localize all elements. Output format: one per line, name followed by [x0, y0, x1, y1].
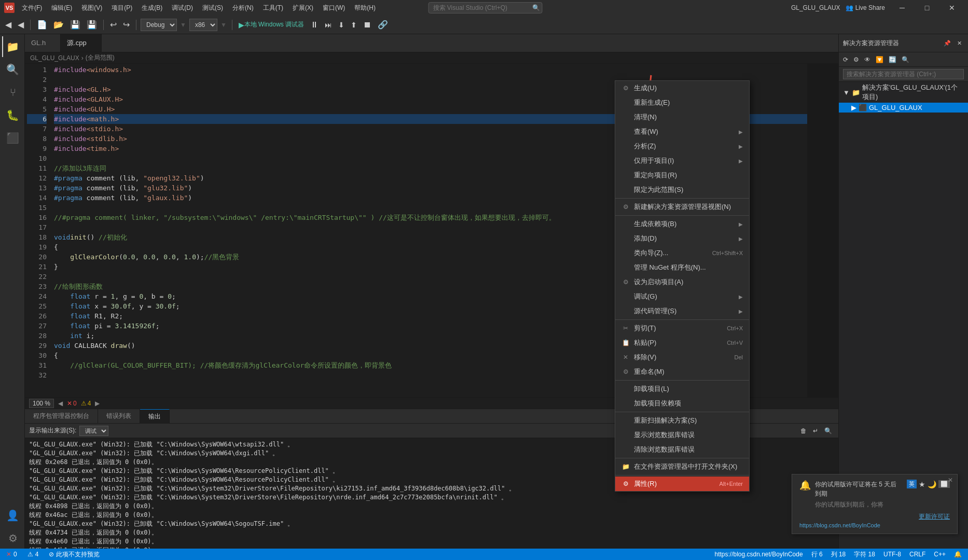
solution-search-btn[interactable]: 🔍: [900, 52, 911, 67]
status-char[interactable]: 字符 18: [852, 550, 877, 559]
panel-tab-output[interactable]: 输出: [140, 409, 170, 424]
menu-view[interactable]: 视图(V): [77, 3, 106, 13]
panel-wrap[interactable]: ↵: [811, 424, 820, 438]
ctx-set-startup[interactable]: ⚙ 设为启动项目(A): [615, 275, 749, 289]
warning-count[interactable]: ⚠ 4: [81, 400, 91, 407]
toolbar-step-over[interactable]: ⏭: [323, 18, 334, 32]
solution-refresh[interactable]: 🔄: [887, 52, 898, 67]
solution-sync[interactable]: ⟳: [841, 52, 850, 67]
ctx-open-in-explorer[interactable]: 📁 在文件资源管理器中打开文件夹(X): [615, 459, 749, 474]
menu-project[interactable]: 项目(P): [107, 3, 136, 13]
solution-root[interactable]: ▼ 📁 解决方案'GL_GLU_GLAUX'(1个项目): [839, 82, 968, 103]
ctx-rescan[interactable]: 重新扫描解决方案(S): [615, 413, 749, 428]
solution-pin[interactable]: 📌: [942, 36, 953, 50]
nav-forward[interactable]: ▶: [95, 400, 100, 407]
status-row[interactable]: 行 6: [809, 550, 825, 559]
debug-mode-select[interactable]: Debug: [141, 19, 177, 31]
ctx-cut[interactable]: ✂ 剪切(T) Ctrl+X: [615, 321, 749, 335]
status-warnings[interactable]: ⚠ 4: [25, 551, 41, 558]
activity-search[interactable]: 🔍: [2, 59, 23, 80]
maximize-button[interactable]: □: [915, 0, 939, 16]
toolbar-forward[interactable]: ◀: [16, 18, 26, 32]
ctx-scope[interactable]: 限定为此范围(S): [615, 183, 749, 197]
ctx-new-view[interactable]: ⚙ 新建解决方案资源管理器视图(N): [615, 200, 749, 214]
ctx-build[interactable]: ⚙ 生成(U): [615, 81, 749, 95]
ctx-remove[interactable]: ✕ 移除(V) Del: [615, 350, 749, 365]
panel-tab-pkg[interactable]: 程序包管理器控制台: [25, 409, 98, 424]
toolbar-step-into[interactable]: ⬇: [336, 18, 347, 32]
activity-extensions[interactable]: ⬛: [2, 128, 23, 148]
menu-analyze[interactable]: 分析(N): [228, 3, 258, 13]
breadcrumb-scope[interactable]: (全局范围): [86, 53, 115, 62]
ctx-nuget[interactable]: 管理 NuGet 程序包(N)...: [615, 260, 749, 275]
status-col[interactable]: 列 18: [829, 550, 848, 559]
status-line-ending[interactable]: CRLF: [907, 550, 928, 559]
status-errors[interactable]: ✕ 0: [4, 551, 19, 558]
tab-source-cpp[interactable]: 源.cpp ✕: [61, 34, 102, 52]
menu-file[interactable]: 文件(F): [18, 3, 46, 13]
error-count[interactable]: ✕ 0: [67, 400, 77, 407]
search-input[interactable]: [428, 2, 543, 13]
activity-settings[interactable]: ⚙: [2, 528, 23, 549]
nav-back[interactable]: ◀: [58, 400, 63, 407]
live-share-button[interactable]: 👥 Live Share: [840, 3, 890, 12]
ctx-clean[interactable]: 清理(N): [615, 110, 749, 124]
ctx-class-wizard[interactable]: 类向导(Z)... Ctrl+Shift+X: [615, 246, 749, 260]
status-language[interactable]: C++: [932, 550, 948, 559]
ctx-properties[interactable]: ⚙ 属性(R) Alt+Enter: [615, 477, 749, 491]
solution-project[interactable]: ▶ ⬛ GL_GLU_GLAUX: [839, 103, 968, 113]
toolbar-back[interactable]: ◀: [3, 18, 13, 32]
notification-link[interactable]: 更新许可证: [919, 512, 950, 521]
solution-show-all[interactable]: 👁: [862, 52, 873, 67]
tab-gl-h[interactable]: GL.h ✕: [25, 34, 61, 52]
menu-test[interactable]: 测试(S): [198, 3, 227, 13]
ctx-project-only[interactable]: 仅用于项目(I) ▶: [615, 153, 749, 168]
menu-extensions[interactable]: 扩展(X): [288, 3, 317, 13]
output-source-select[interactable]: 调试: [79, 426, 108, 436]
solution-filter[interactable]: 🔽: [874, 52, 886, 67]
toolbar-new[interactable]: 📄: [35, 18, 49, 32]
activity-git[interactable]: ⑂: [2, 82, 23, 103]
start-debug-button[interactable]: ▶ 本地 Windows 调试器: [237, 18, 306, 32]
menu-edit[interactable]: 编辑(E): [47, 3, 76, 13]
menu-tools[interactable]: 工具(T): [259, 3, 287, 13]
toolbar-undo[interactable]: ↩: [108, 18, 119, 32]
ctx-retarget[interactable]: 重定向项目(R): [615, 168, 749, 183]
toolbar-pause[interactable]: ⏸: [308, 18, 321, 32]
panel-clear[interactable]: 🗑: [798, 424, 809, 438]
status-encoding[interactable]: UTF-8: [881, 550, 903, 559]
toolbar-save[interactable]: 💾: [68, 18, 82, 32]
toolbar-save-all[interactable]: 💾: [85, 18, 99, 32]
status-notifications[interactable]: 🔔: [952, 550, 964, 559]
panel-find[interactable]: 🔍: [822, 424, 834, 438]
ctx-show-browse-errors[interactable]: 显示浏览数据库错误: [615, 428, 749, 442]
activity-debug[interactable]: 🐛: [2, 105, 23, 125]
breadcrumb-project[interactable]: GL_GLU_GLAUX: [30, 54, 79, 62]
zoom-control[interactable]: 100 %: [29, 399, 54, 408]
toolbar-open[interactable]: 📂: [51, 18, 66, 32]
solution-properties[interactable]: ⚙: [851, 52, 861, 67]
menu-debug[interactable]: 调试(D): [168, 3, 197, 13]
ctx-analyze[interactable]: 分析(Z) ▶: [615, 139, 749, 153]
menu-help[interactable]: 帮助(H): [350, 3, 380, 13]
close-button[interactable]: ✕: [940, 0, 964, 16]
ctx-load-deps[interactable]: 加载项目依赖项: [615, 396, 749, 411]
toolbar-step-out[interactable]: ⬆: [349, 18, 359, 32]
ctx-build-deps[interactable]: 生成依赖项(B) ▶: [615, 217, 749, 231]
menu-window[interactable]: 窗口(W): [319, 3, 349, 13]
toolbar-redo[interactable]: ↪: [121, 18, 132, 32]
ctx-rebuild[interactable]: 重新生成(E): [615, 95, 749, 110]
minimize-button[interactable]: ─: [890, 0, 914, 16]
status-url[interactable]: https://blog.csdn.net/BoyInCode: [712, 550, 805, 559]
activity-account[interactable]: 👤: [2, 505, 23, 526]
solution-search-input[interactable]: [843, 69, 964, 79]
ctx-view[interactable]: 查看(W) ▶: [615, 124, 749, 139]
platform-select[interactable]: x86: [189, 19, 217, 31]
ctx-paste[interactable]: 📋 粘贴(P) Ctrl+V: [615, 335, 749, 350]
solution-close[interactable]: ✕: [955, 36, 964, 50]
ctx-clear-browse-errors[interactable]: 清除浏览数据库错误: [615, 442, 749, 457]
menu-build[interactable]: 生成(B): [137, 3, 167, 13]
ctx-debug[interactable]: 调试(G) ▶: [615, 289, 749, 304]
ctx-source-control[interactable]: 源代码管理(S) ▶: [615, 304, 749, 318]
ctx-add[interactable]: 添加(D) ▶: [615, 231, 749, 246]
